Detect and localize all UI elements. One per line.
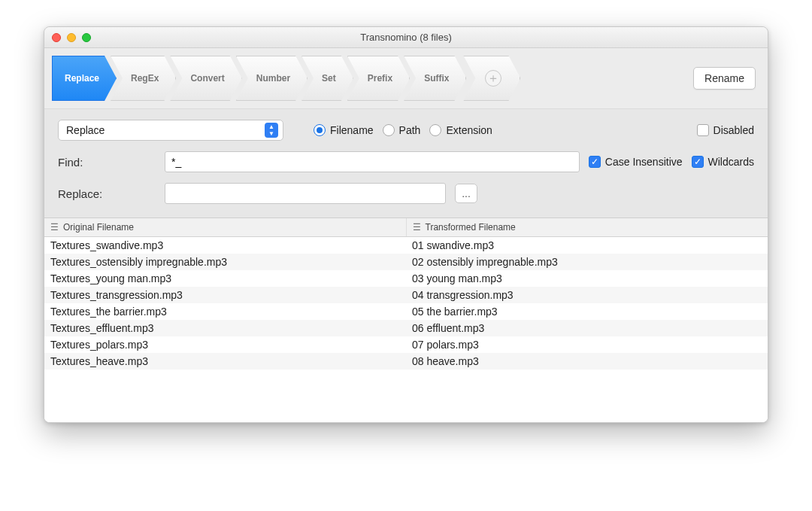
cell-original: Textures_swandive.mp3 [44,239,406,251]
find-label: Find: [58,156,156,169]
checkbox-icon [697,124,709,136]
scope-radio-extension[interactable]: Extension [429,124,492,136]
chevron-updown-icon: ▲▼ [265,123,278,138]
config-panel: Replace ▲▼ Filename Path Extension [44,109,768,218]
ellipsis-icon: ... [462,187,471,199]
step-convert[interactable]: Convert [170,56,241,101]
app-window: Transnomino (8 files) ReplaceRegExConver… [44,26,768,423]
case-insensitive-label: Case Insensitive [605,156,683,168]
replace-label: Replace: [58,187,156,200]
replace-input[interactable] [165,183,446,204]
cell-transformed: 06 effluent.mp3 [406,322,768,334]
table-row[interactable]: Textures_ostensibly impregnable.mp302 os… [44,254,768,270]
col-original[interactable]: ☰ Original Filename [44,218,407,236]
list-icon: ☰ [413,222,420,233]
action-steps: ReplaceRegExConvertNumberSetPrefixSuffix… [44,48,768,109]
cell-transformed: 03 young man.mp3 [406,272,768,284]
disabled-label: Disabled [714,124,754,136]
cell-original: Textures_ostensibly impregnable.mp3 [44,256,406,268]
cell-transformed: 08 heave.mp3 [406,355,768,367]
step-suffix[interactable]: Suffix [404,56,466,101]
checkbox-icon: ✓ [589,156,601,168]
window-title: Transnomino (8 files) [44,32,768,43]
table-header: ☰ Original Filename ☰ Transformed Filena… [44,218,768,237]
radio-icon [383,124,395,136]
scope-radio-path[interactable]: Path [383,124,421,136]
step-label: Suffix [424,73,449,84]
table-row[interactable]: Textures_heave.mp308 heave.mp3 [44,353,768,370]
cell-transformed: 04 transgression.mp3 [406,289,768,301]
case-insensitive-checkbox[interactable]: ✓ Case Insensitive [589,156,683,168]
cell-transformed: 07 polars.mp3 [406,339,768,351]
col-transformed-label: Transformed Filename [426,222,516,233]
close-icon[interactable] [52,33,61,42]
scope-label: Filename [330,124,374,136]
window-controls [52,27,91,47]
col-original-label: Original Filename [63,222,134,233]
wildcards-checkbox[interactable]: ✓ Wildcards [692,156,754,168]
step-regex[interactable]: RegEx [111,56,176,101]
step-label: Replace [65,73,99,84]
step-prefix[interactable]: Prefix [347,56,410,101]
scope-label: Path [399,124,421,136]
plus-icon: ＋ [485,70,501,87]
step-number[interactable]: Number [236,56,308,101]
add-step-button[interactable]: ＋ [463,56,520,101]
rename-button[interactable]: Rename [693,67,756,90]
minimize-icon[interactable] [67,33,76,42]
cell-transformed: 01 swandive.mp3 [406,239,768,251]
file-table: ☰ Original Filename ☰ Transformed Filena… [44,218,768,422]
cell-original: Textures_the barrier.mp3 [44,306,406,318]
step-set[interactable]: Set [301,56,353,101]
wildcards-label: Wildcards [708,156,754,168]
step-label: Number [256,73,290,84]
find-input[interactable] [165,151,580,172]
step-label: Set [322,73,336,84]
replace-more-button[interactable]: ... [455,184,477,203]
zoom-icon[interactable] [82,33,91,42]
cell-original: Textures_effluent.mp3 [44,322,406,334]
cell-original: Textures_heave.mp3 [44,355,406,367]
titlebar: Transnomino (8 files) [44,27,768,48]
step-label: RegEx [131,73,159,84]
table-body: Textures_swandive.mp301 swandive.mp3Text… [44,237,768,370]
table-row[interactable]: Textures_transgression.mp304 transgressi… [44,287,768,303]
checkbox-icon: ✓ [692,156,704,168]
radio-icon [314,124,326,136]
table-row[interactable]: Textures_young man.mp303 young man.mp3 [44,270,768,287]
disabled-checkbox[interactable]: Disabled [697,124,754,136]
mode-select[interactable]: Replace ▲▼ [58,120,283,141]
list-icon: ☰ [50,222,57,233]
cell-original: Textures_transgression.mp3 [44,289,406,301]
cell-transformed: 02 ostensibly impregnable.mp3 [406,256,768,268]
mode-select-value: Replace [66,124,105,136]
radio-icon [429,124,441,136]
table-row[interactable]: Textures_effluent.mp306 effluent.mp3 [44,320,768,336]
cell-original: Textures_young man.mp3 [44,272,406,284]
table-row[interactable]: Textures_the barrier.mp305 the barrier.m… [44,303,768,320]
scope-radio-filename[interactable]: Filename [314,124,374,136]
cell-original: Textures_polars.mp3 [44,339,406,351]
table-row[interactable]: Textures_polars.mp307 polars.mp3 [44,336,768,353]
step-label: Prefix [368,73,392,84]
table-row[interactable]: Textures_swandive.mp301 swandive.mp3 [44,237,768,254]
step-label: Convert [190,73,224,84]
col-transformed[interactable]: ☰ Transformed Filename [407,218,768,236]
cell-transformed: 05 the barrier.mp3 [406,306,768,318]
step-replace[interactable]: Replace [52,56,117,101]
scope-label: Extension [446,124,492,136]
